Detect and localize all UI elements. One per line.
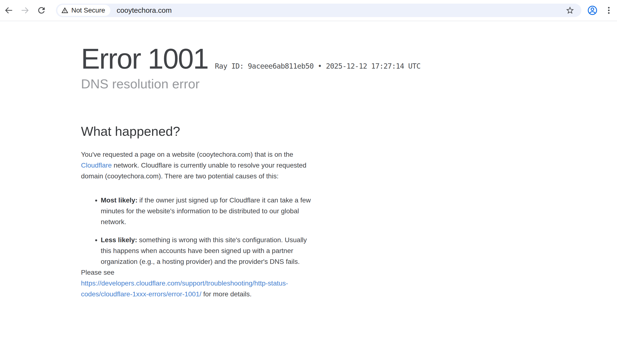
paragraph-text-after: network. Cloudflare is currently unable …	[81, 162, 306, 180]
warning-triangle-icon	[61, 7, 69, 14]
address-bar[interactable]: Not Secure cooytechora.com	[56, 4, 581, 17]
list-item: Most likely: if the owner just signed up…	[101, 195, 314, 227]
paragraph-text-before: You've requested a page on a website (co…	[81, 151, 293, 158]
kebab-menu-icon	[604, 6, 614, 15]
bullet-label: Most likely:	[101, 196, 137, 204]
bookmark-star-icon	[565, 6, 575, 15]
forward-icon	[20, 6, 30, 15]
forward-button[interactable]	[19, 5, 31, 16]
list-item: Less likely: something is wrong with thi…	[101, 234, 314, 267]
explanation-paragraph: You've requested a page on a website (co…	[81, 149, 314, 182]
cloudflare-link[interactable]: Cloudflare	[81, 162, 112, 169]
page-body: Error 1001 Ray ID: 9aceee6ab811eb50 • 20…	[0, 22, 617, 364]
profile-icon	[587, 5, 598, 16]
back-icon	[4, 6, 14, 15]
bookmark-button[interactable]	[565, 6, 575, 15]
error-title: Error 1001	[81, 45, 208, 73]
please-see-line: https://developers.cloudflare.com/suppor…	[81, 278, 314, 299]
bullet-label: Less likely:	[101, 236, 137, 244]
refresh-button[interactable]	[36, 5, 47, 16]
section-heading: What happened?	[81, 124, 394, 138]
please-see-block: Please see https://developers.cloudflare…	[81, 267, 314, 299]
ray-id-line: Ray ID: 9aceee6ab811eb50 • 2025-12-12 17…	[215, 62, 421, 70]
security-chip-label: Not Secure	[71, 6, 105, 14]
profile-button[interactable]	[587, 5, 598, 16]
url-text[interactable]: cooytechora.com	[117, 6, 172, 14]
site-security-chip[interactable]: Not Secure	[57, 5, 110, 16]
error-title-row: Error 1001 Ray ID: 9aceee6ab811eb50 • 20…	[81, 45, 394, 73]
error-subtitle: DNS resolution error	[81, 76, 394, 91]
please-see-suffix: for more details.	[202, 290, 252, 298]
refresh-icon	[37, 6, 46, 15]
back-button[interactable]	[3, 5, 14, 16]
support-doc-link[interactable]: https://developers.cloudflare.com/suppor…	[81, 280, 288, 298]
browser-menu-button[interactable]	[604, 6, 614, 15]
browser-toolbar: Not Secure cooytechora.com	[0, 0, 617, 21]
causes-list: Most likely: if the owner just signed up…	[81, 195, 314, 267]
please-see-prefix: Please see	[81, 267, 314, 278]
